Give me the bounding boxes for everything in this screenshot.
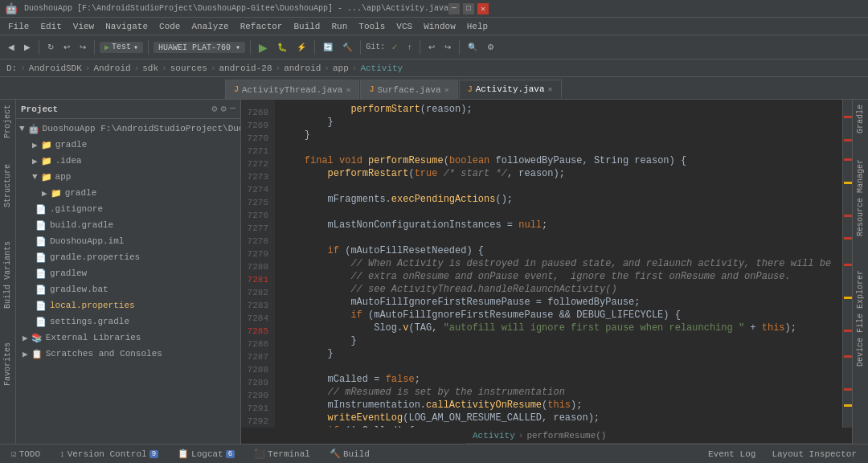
device-dropdown[interactable]: HUAWEI PLAT-760 ▾: [154, 42, 245, 53]
bottom-tab-todo[interactable]: ☑ TODO: [6, 447, 45, 461]
menu-item-navigate[interactable]: Navigate: [100, 20, 153, 33]
git-check-button[interactable]: ✓: [388, 41, 401, 53]
tab-activity[interactable]: J Activity.java ✕: [459, 80, 562, 99]
search-everywhere-button[interactable]: 🔍: [465, 41, 481, 53]
path-item-sdk2[interactable]: sdk: [142, 64, 158, 73]
toolbar-redo-button[interactable]: ↪: [76, 41, 89, 53]
bottom-tab-terminal[interactable]: ⬛ Terminal: [249, 447, 315, 461]
bottom-tab-build[interactable]: 🔨 Build: [325, 447, 375, 461]
path-item-android28[interactable]: android-28: [219, 64, 272, 73]
tree-item-settingsgradle[interactable]: 📄 settings.gradle: [16, 313, 240, 330]
run-config-arrow: ▾: [133, 43, 138, 52]
menu-item-code[interactable]: Code: [154, 20, 185, 33]
tab-surface[interactable]: J Surface.java ✕: [360, 80, 457, 99]
tree-item-extlibs[interactable]: ▶ 📚 External Libraries: [16, 330, 240, 346]
toolbar-refresh-button[interactable]: ↻: [44, 41, 57, 53]
bottom-tab-versioncontrol[interactable]: ↕ Version Control 9: [55, 448, 163, 461]
vtab-project[interactable]: Project: [1, 100, 14, 143]
settings-button[interactable]: ⚙: [484, 41, 497, 53]
panel-settings-icon[interactable]: ⚙: [211, 103, 217, 115]
tree-item-gitignore[interactable]: 📄 .gitignore: [16, 201, 240, 217]
path-item-d[interactable]: D:: [6, 64, 17, 73]
path-item-activity[interactable]: Activity: [360, 64, 403, 73]
tree-item-root[interactable]: ▼ 🤖 DuoshouApp F:\AndroidStudioProject\D…: [16, 121, 240, 137]
toolbar-undo-button[interactable]: ↩: [60, 41, 73, 53]
build-icon: 🔨: [330, 449, 341, 459]
breadcrumb-activity[interactable]: Activity: [473, 431, 515, 440]
undo-toolbar-button[interactable]: ↩: [425, 41, 438, 53]
tree-item-gradle2[interactable]: ▶ 📁 gradle: [16, 185, 240, 201]
menu-item-view[interactable]: View: [68, 20, 99, 33]
tab-close-activity[interactable]: ✕: [548, 84, 553, 94]
debug-button[interactable]: 🐛: [274, 41, 290, 53]
sync-button[interactable]: 🔄: [320, 41, 336, 53]
tree-item-scratches[interactable]: ▶ 📋 Scratches and Consoles: [16, 346, 240, 362]
maximize-button[interactable]: □: [463, 3, 474, 14]
tree-item-idea[interactable]: ▶ 📁 .idea: [16, 153, 240, 169]
menu-item-build[interactable]: Build: [289, 20, 325, 33]
minimize-button[interactable]: ─: [448, 3, 460, 14]
tree-item-label-root: DuoshouApp F:\AndroidStudioProject\Duosh…: [43, 124, 240, 133]
tree-item-gradlew[interactable]: 📄 gradlew: [16, 265, 240, 281]
menu-item-analyze[interactable]: Analyze: [186, 20, 233, 33]
menu-item-refactor[interactable]: Refactor: [235, 20, 288, 33]
vtab-buildvariants[interactable]: Build Variants: [1, 236, 14, 313]
bottom-tab-logcat[interactable]: 📋 Logcat 6: [173, 447, 240, 461]
tree-item-label-iml: DuoshouApp.iml: [50, 236, 124, 246]
tree-item-gradle[interactable]: ▶ 📁 gradle: [16, 137, 240, 153]
tab-close-surface[interactable]: ✕: [444, 85, 449, 95]
build-button[interactable]: 🔨: [339, 41, 355, 53]
panel-gear-icon[interactable]: ⚙: [221, 103, 227, 115]
menu-item-tools[interactable]: Tools: [354, 20, 390, 33]
tree-item-buildgradle[interactable]: 📄 build.gradle: [16, 217, 240, 233]
vtab-resourcemanager[interactable]: Resource Manager: [854, 154, 867, 241]
menu-item-vcs[interactable]: VCS: [391, 20, 417, 33]
menu-item-run[interactable]: Run: [326, 20, 352, 33]
close-button[interactable]: ✕: [477, 3, 489, 14]
menu-item-edit[interactable]: Edit: [35, 20, 66, 33]
vtab-favorites[interactable]: Favorites: [1, 338, 14, 391]
panel-close-icon[interactable]: ─: [230, 103, 235, 115]
tree-item-gradleprop[interactable]: 📄 gradle.properties: [16, 249, 240, 265]
code-content[interactable]: performStart(reason); } } final void per…: [275, 100, 842, 428]
tab-close-activitythread[interactable]: ✕: [346, 85, 350, 95]
menu-item-help[interactable]: Help: [462, 20, 493, 33]
layout-inspector-btn[interactable]: Layout Inspector: [767, 448, 862, 461]
run-button[interactable]: ▶: [256, 39, 271, 55]
todo-icon: ☑: [11, 449, 17, 459]
tree-file-icon-localprop: 📄: [35, 301, 47, 311]
vtab-devicefileexplorer[interactable]: Device File Explorer: [854, 265, 867, 371]
menu-item-window[interactable]: Window: [419, 20, 461, 33]
profile-button[interactable]: ⚡: [293, 41, 309, 53]
path-item-sources[interactable]: sources: [170, 64, 207, 73]
breadcrumb-method[interactable]: performResume(): [526, 431, 606, 440]
redo-toolbar-button[interactable]: ↪: [441, 41, 454, 53]
git-push-button[interactable]: ↑: [404, 41, 415, 53]
error-marker-3: [844, 158, 852, 161]
path-item-android[interactable]: Android: [93, 64, 130, 73]
event-log-btn[interactable]: Event Log: [703, 448, 760, 461]
tree-item-iml[interactable]: 📄 DuoshouApp.iml: [16, 233, 240, 249]
tree-expand-app: ▼: [32, 172, 38, 182]
error-marker-4: [844, 215, 852, 217]
path-item-sdk[interactable]: AndroidSDK: [29, 64, 82, 73]
tree-item-app[interactable]: ▼ 📁 app: [16, 169, 240, 185]
path-item-android3[interactable]: android: [284, 64, 321, 73]
tab-label-surface: Surface.java: [377, 85, 440, 95]
tree-item-label-buildgradle: build.gradle: [50, 220, 113, 230]
path-item-app[interactable]: app: [333, 64, 349, 73]
vtab-gradle[interactable]: Gradle: [854, 100, 867, 138]
todo-label: TODO: [19, 449, 40, 459]
tree-folder-icon-app: 📁: [41, 172, 52, 182]
vtab-structure[interactable]: Structure: [1, 159, 14, 212]
toolbar-forward-button[interactable]: ▶: [21, 41, 34, 53]
tree-item-gradlewbat[interactable]: 📄 gradlew.bat: [16, 281, 240, 297]
tree-item-localprop[interactable]: 📄 local.properties: [16, 297, 240, 313]
tab-icon-activity: J: [468, 85, 473, 94]
toolbar-back-button[interactable]: ◀: [5, 41, 18, 53]
run-config-label: Test: [112, 43, 131, 51]
menu-item-file[interactable]: File: [3, 20, 34, 33]
tab-activitythread[interactable]: J ActivityThread.java ✕: [225, 80, 359, 99]
run-config-dropdown[interactable]: ▶ Test ▾: [100, 42, 143, 53]
tree-expand-scratches: ▶: [23, 349, 28, 359]
